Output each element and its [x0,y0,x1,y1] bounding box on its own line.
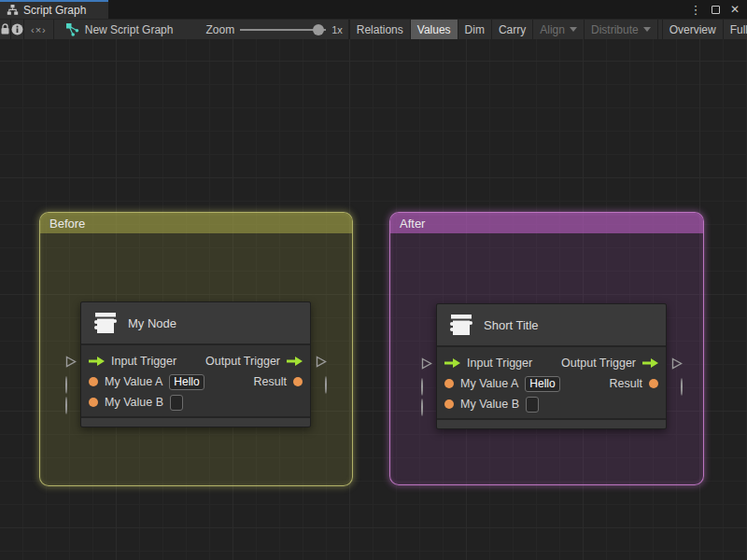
node-title: My Node [128,316,176,330]
external-value-a-port[interactable] [65,377,67,394]
distribute-label: Distribute [591,23,639,36]
code-view-button[interactable]: ‹×› [24,20,54,39]
external-result-port[interactable] [681,379,683,396]
new-script-graph-button[interactable]: New Script Graph [54,20,180,39]
port-row-trigger: Input Trigger Output Trigger [81,351,310,371]
external-input-trigger-port[interactable] [421,357,432,370]
value-b-field[interactable] [170,395,183,411]
code-icon: ‹×› [31,24,47,35]
node-my-node[interactable]: My Node Input Trigger Output Trigger [80,301,311,427]
tab-bar: Script Graph ⋮ ✕ [0,0,747,19]
group-after[interactable]: After Short Title [389,212,704,485]
graph-toolbar: ‹×› New Script Graph Zoom 1x Relations [0,19,747,39]
node-body: Input Trigger Output Trigger My Valu [81,343,310,416]
value-b-port[interactable] [89,398,98,407]
port-row-value-a: My Value A Hello Result [81,371,310,392]
unit-node-icon [91,309,119,337]
port-row-value-a: My Value A Hello Result [437,373,666,394]
group-before-header[interactable]: Before [40,213,352,233]
values-button[interactable]: Values [411,20,458,39]
lock-icon [0,23,10,35]
result-label: Result [254,375,287,388]
zoom-slider-knob[interactable] [313,24,324,35]
overview-button[interactable]: Overview [663,20,724,39]
script-graph-window: Script Graph ⋮ ✕ ‹×› [0,0,747,560]
input-trigger-label: Input Trigger [467,357,532,370]
value-a-label: My Value A [460,377,518,390]
node-footer [437,418,666,428]
zoom-label: Zoom [205,23,234,36]
value-a-field[interactable]: Hello [525,376,559,392]
dim-button[interactable]: Dim [458,20,492,39]
align-button[interactable]: Align [533,20,585,39]
external-value-b-port[interactable] [421,399,423,416]
chevron-down-icon [643,27,651,32]
toolbar-right-buttons: Relations Values Dim Carry Align Distrib… [349,20,747,39]
hierarchy-graph-icon [7,4,19,16]
input-trigger-port[interactable] [89,357,105,366]
node-short-title-header[interactable]: Short Title [437,304,666,345]
value-a-label: My Value A [105,375,162,388]
relations-button[interactable]: Relations [349,20,411,39]
value-b-label: My Value B [105,396,163,409]
port-row-trigger: Input Trigger Output Trigger [437,353,666,373]
distribute-button[interactable]: Distribute [585,20,658,39]
result-label: Result [610,377,642,390]
result-port[interactable] [649,379,658,388]
value-a-port[interactable] [89,377,98,386]
new-script-graph-label: New Script Graph [85,23,174,36]
carry-button[interactable]: Carry [492,20,533,39]
align-label: Align [540,23,565,36]
node-short-title[interactable]: Short Title Input Trigger Output Trigger [436,303,667,429]
input-trigger-port[interactable] [444,358,460,368]
node-title: Short Title [484,318,539,332]
external-value-b-port[interactable] [65,398,67,414]
node-body: Input Trigger Output Trigger My Valu [437,345,666,418]
chevron-down-icon [570,27,577,32]
window-controls: ⋮ ✕ [689,0,747,19]
info-icon [11,23,23,35]
output-trigger-label: Output Trigger [205,355,280,368]
value-a-field[interactable]: Hello [169,374,204,390]
group-after-header[interactable]: After [390,213,703,233]
graph-canvas[interactable]: Before My Node [0,39,747,560]
external-output-trigger-port[interactable] [671,357,683,370]
value-b-label: My Value B [460,398,519,411]
input-trigger-label: Input Trigger [111,355,176,368]
window-menu-button[interactable]: ⋮ [689,2,702,17]
maximize-icon [712,6,720,14]
info-button[interactable] [11,20,24,39]
zoom-slider[interactable] [240,23,326,36]
group-before[interactable]: Before My Node [39,212,353,486]
tab-script-graph[interactable]: Script Graph [0,0,108,19]
output-trigger-port[interactable] [642,358,658,368]
maximize-button[interactable] [709,2,722,17]
group-before-title: Before [49,217,85,231]
group-after-title: After [400,217,425,231]
tab-active-indicator [0,0,108,2]
external-input-trigger-port[interactable] [65,356,77,368]
value-a-port[interactable] [444,379,454,388]
output-trigger-label: Output Trigger [561,357,636,370]
close-button[interactable]: ✕ [728,2,741,17]
external-result-port[interactable] [325,377,327,394]
external-value-a-port[interactable] [421,379,423,396]
value-b-field[interactable] [526,397,539,413]
graph-node-icon [65,22,79,36]
port-row-value-b: My Value B [81,392,310,413]
external-output-trigger-port[interactable] [316,356,327,368]
result-port[interactable] [293,377,303,386]
value-b-port[interactable] [444,399,454,409]
node-footer [81,416,310,427]
zoom-control: Zoom 1x [179,20,348,39]
full-screen-button[interactable]: Full Screen [724,20,747,39]
zoom-value: 1x [331,24,343,35]
output-trigger-port[interactable] [287,357,303,366]
unit-node-icon [446,311,474,339]
lock-button[interactable] [0,20,11,39]
node-my-node-header[interactable]: My Node [81,302,310,343]
port-row-value-b: My Value B [437,394,666,414]
tab-title: Script Graph [23,3,86,17]
